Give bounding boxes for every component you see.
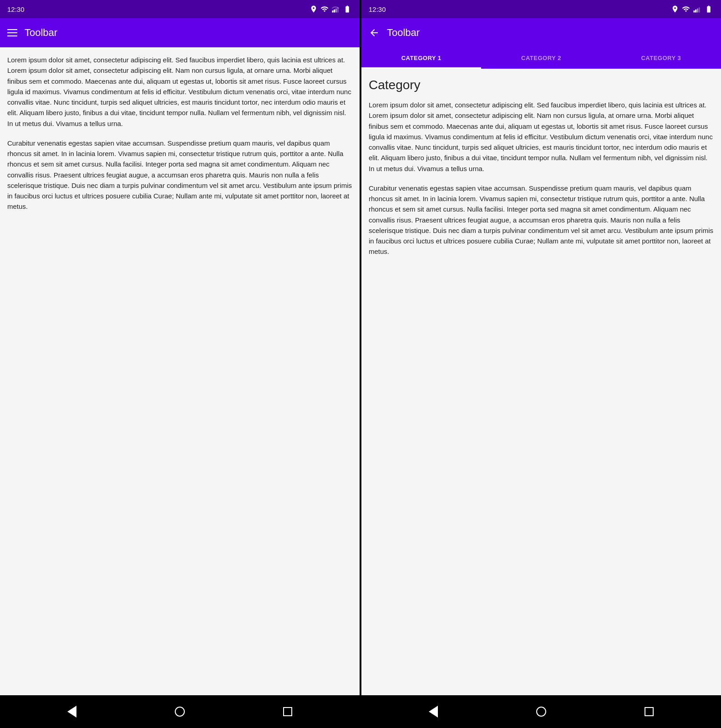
toolbar-title-2: Toolbar — [387, 27, 420, 39]
svg-rect-3 — [337, 7, 339, 12]
svg-rect-1 — [334, 10, 335, 13]
nav-home-icon-2 — [536, 707, 546, 717]
svg-rect-2 — [335, 9, 337, 13]
status-bar-1: 12:30 — [0, 0, 360, 18]
nav-back-icon-2 — [429, 706, 438, 718]
nav-bar-2 — [361, 695, 721, 728]
nav-recents-button-1[interactable] — [278, 702, 298, 722]
content-paragraph-3: Lorem ipsum dolor sit amet, consectetur … — [369, 100, 714, 174]
status-icons-1 — [310, 5, 352, 13]
nav-back-icon-1 — [67, 706, 76, 718]
tab-category-2[interactable]: CATEGORY 2 — [481, 47, 601, 69]
nav-back-button-1[interactable] — [62, 702, 82, 722]
svg-rect-5 — [695, 10, 696, 13]
content-area-2: Category Lorem ipsum dolor sit amet, con… — [361, 69, 721, 695]
signal-icon — [331, 5, 340, 13]
content-area-1: Lorem ipsum dolor sit amet, consectetur … — [0, 47, 360, 695]
nav-recents-icon-1 — [283, 707, 292, 716]
status-time-1: 12:30 — [7, 5, 25, 13]
svg-rect-6 — [697, 9, 698, 13]
nav-bar-1 — [0, 695, 360, 728]
wifi-icon-2 — [682, 5, 690, 13]
back-arrow-icon[interactable] — [369, 27, 380, 38]
battery-icon — [342, 5, 352, 13]
wifi-icon — [320, 5, 329, 13]
location-icon — [310, 5, 318, 13]
battery-icon-2 — [704, 5, 714, 13]
phone-2: 12:30 Toolbar CATEGORY 1 CATEGORY 2 CATE… — [361, 0, 721, 728]
content-paragraph-2: Curabitur venenatis egestas sapien vitae… — [7, 138, 352, 212]
back-arrow-svg — [369, 27, 380, 38]
svg-rect-7 — [699, 7, 700, 12]
nav-home-button-2[interactable] — [531, 702, 551, 722]
status-time-2: 12:30 — [369, 5, 386, 13]
location-icon-2 — [671, 5, 679, 13]
toolbar-title-1: Toolbar — [25, 27, 57, 39]
category-heading: Category — [369, 78, 714, 92]
hamburger-menu-icon[interactable] — [7, 29, 17, 36]
nav-recents-button-2[interactable] — [639, 702, 659, 722]
nav-home-icon-1 — [175, 707, 185, 717]
tab-category-1[interactable]: CATEGORY 1 — [361, 47, 481, 69]
content-paragraph-1: Lorem ipsum dolor sit amet, consectetur … — [7, 55, 352, 129]
svg-rect-0 — [332, 10, 334, 13]
signal-icon-2 — [693, 5, 701, 13]
status-bar-2: 12:30 — [361, 0, 721, 18]
nav-recents-icon-2 — [645, 707, 654, 716]
status-icons-2 — [671, 5, 714, 13]
nav-home-button-1[interactable] — [170, 702, 190, 722]
toolbar-1: Toolbar — [0, 18, 360, 47]
content-paragraph-4: Curabitur venenatis egestas sapien vitae… — [369, 183, 714, 257]
svg-rect-4 — [694, 10, 695, 13]
nav-back-button-2[interactable] — [423, 702, 443, 722]
toolbar-2: Toolbar — [361, 18, 721, 47]
phone-1: 12:30 Toolbar Lorem ipsum dolor sit amet… — [0, 0, 360, 728]
tabs-bar: CATEGORY 1 CATEGORY 2 CATEGORY 3 — [361, 47, 721, 69]
tab-category-3[interactable]: CATEGORY 3 — [601, 47, 721, 69]
